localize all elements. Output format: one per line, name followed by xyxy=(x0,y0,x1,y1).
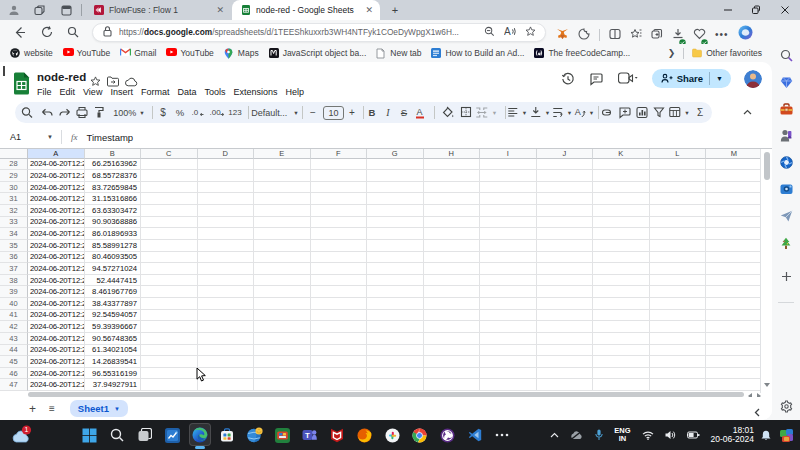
cell-C43[interactable] xyxy=(141,333,198,345)
increase-font-size-button[interactable]: + xyxy=(349,102,355,123)
account-avatar[interactable] xyxy=(744,70,762,88)
cell-D41[interactable] xyxy=(198,310,255,322)
cell-M47[interactable] xyxy=(706,379,760,391)
cell-K29[interactable] xyxy=(593,170,650,182)
insert-chart-icon[interactable] xyxy=(636,102,649,123)
column-header-L[interactable]: L xyxy=(650,149,707,159)
tools-box-icon[interactable] xyxy=(779,182,793,196)
cell-C47[interactable] xyxy=(141,379,198,391)
cell-J39[interactable] xyxy=(537,286,594,298)
row-header-28[interactable]: 28 xyxy=(0,159,28,171)
cell-E34[interactable] xyxy=(254,228,311,240)
menu-format[interactable]: Format xyxy=(137,85,174,99)
taskbar-search-icon[interactable] xyxy=(104,420,132,450)
cell-H38[interactable] xyxy=(424,275,481,287)
cell-C32[interactable] xyxy=(141,205,198,217)
cell-C39[interactable] xyxy=(141,286,198,298)
menu-edit[interactable]: Edit xyxy=(56,85,80,99)
cell-L46[interactable] xyxy=(650,368,707,380)
cell-M36[interactable] xyxy=(706,252,760,264)
cell-A42[interactable]: 2024-06-20T12:2 xyxy=(28,321,85,333)
cell-A38[interactable]: 2024-06-20T12:2 xyxy=(28,275,85,287)
cell-H29[interactable] xyxy=(424,170,481,182)
cell-E31[interactable] xyxy=(254,193,311,205)
cell-F36[interactable] xyxy=(311,252,368,264)
cell-I30[interactable] xyxy=(480,182,537,194)
toolbar-collapse-icon[interactable] xyxy=(740,105,754,119)
clock[interactable]: 18:0120-06-2024 xyxy=(711,426,754,445)
cell-M32[interactable] xyxy=(706,205,760,217)
cell-F38[interactable] xyxy=(311,275,368,287)
cell-G46[interactable] xyxy=(367,368,424,380)
bookmark-item[interactable]: How to Build an Ad... xyxy=(431,48,524,58)
cell-E44[interactable] xyxy=(254,345,311,357)
cell-L28[interactable] xyxy=(650,159,707,171)
cell-K30[interactable] xyxy=(593,182,650,194)
cell-I34[interactable] xyxy=(480,228,537,240)
cell-B31[interactable]: 31.15316866 xyxy=(85,193,142,205)
bookmarks-overflow-icon[interactable]: ❯ xyxy=(668,48,676,58)
cell-J30[interactable] xyxy=(537,182,594,194)
cell-D45[interactable] xyxy=(198,356,255,368)
tab-actions-icon[interactable] xyxy=(59,3,73,17)
cell-E42[interactable] xyxy=(254,321,311,333)
cell-K47[interactable] xyxy=(593,379,650,391)
cell-K39[interactable] xyxy=(593,286,650,298)
cell-H31[interactable] xyxy=(424,193,481,205)
tab-flowfuse[interactable]: FlowFuse : Flow 1 ✕ xyxy=(85,0,231,20)
cell-A46[interactable]: 2024-06-20T12:2 xyxy=(28,368,85,380)
cell-J47[interactable] xyxy=(537,379,594,391)
cell-C31[interactable] xyxy=(141,193,198,205)
name-box-dropdown-icon[interactable]: ▼ xyxy=(47,134,53,140)
cell-C41[interactable] xyxy=(141,310,198,322)
speaker-icon[interactable] xyxy=(665,430,676,440)
taskview-icon[interactable] xyxy=(131,420,159,450)
cell-F44[interactable] xyxy=(311,345,368,357)
search-icon[interactable] xyxy=(779,48,793,62)
row-header-45[interactable]: 45 xyxy=(0,356,28,368)
cell-H46[interactable] xyxy=(424,368,481,380)
cell-K41[interactable] xyxy=(593,310,650,322)
cell-E30[interactable] xyxy=(254,182,311,194)
cell-J35[interactable] xyxy=(537,240,594,252)
cell-L37[interactable] xyxy=(650,263,707,275)
cell-D33[interactable] xyxy=(198,217,255,229)
workspaces-icon[interactable] xyxy=(32,3,46,17)
cell-H36[interactable] xyxy=(424,252,481,264)
cell-H45[interactable] xyxy=(424,356,481,368)
zoom-out-icon[interactable] xyxy=(484,23,495,41)
cell-L43[interactable] xyxy=(650,333,707,345)
column-header-A[interactable]: A xyxy=(28,149,85,159)
name-box[interactable]: A1 ▼ xyxy=(0,132,61,142)
cell-I37[interactable] xyxy=(480,263,537,275)
cell-E32[interactable] xyxy=(254,205,311,217)
cell-I29[interactable] xyxy=(480,170,537,182)
cell-G29[interactable] xyxy=(367,170,424,182)
cell-C44[interactable] xyxy=(141,345,198,357)
cell-B47[interactable]: 37.94927911 xyxy=(85,379,142,391)
cell-J33[interactable] xyxy=(537,217,594,229)
vertical-align-icon[interactable]: ▼ xyxy=(530,102,550,123)
cell-J31[interactable] xyxy=(537,193,594,205)
tab-google-sheets[interactable]: node-red - Google Sheets ✕ xyxy=(232,0,380,20)
cell-F35[interactable] xyxy=(311,240,368,252)
cell-G39[interactable] xyxy=(367,286,424,298)
cell-K34[interactable] xyxy=(593,228,650,240)
clipchamp-icon[interactable] xyxy=(269,420,297,450)
firefox-icon[interactable] xyxy=(351,420,379,450)
cell-I39[interactable] xyxy=(480,286,537,298)
cell-A47[interactable]: 2024-06-20T12:2 xyxy=(28,379,85,391)
bookmark-item[interactable]: YouTube xyxy=(166,48,213,58)
cell-H35[interactable] xyxy=(424,240,481,252)
cell-K46[interactable] xyxy=(593,368,650,380)
cell-K36[interactable] xyxy=(593,252,650,264)
cell-K28[interactable] xyxy=(593,159,650,171)
cell-F34[interactable] xyxy=(311,228,368,240)
cell-G40[interactable] xyxy=(367,298,424,310)
cell-J40[interactable] xyxy=(537,298,594,310)
menu-extensions[interactable]: Extensions xyxy=(229,85,281,99)
favorites-hub-icon[interactable] xyxy=(630,26,642,44)
document-title[interactable]: node-red xyxy=(37,71,86,83)
menu-insert[interactable]: Insert xyxy=(106,85,137,99)
row-header-47[interactable]: 47 xyxy=(0,379,28,391)
